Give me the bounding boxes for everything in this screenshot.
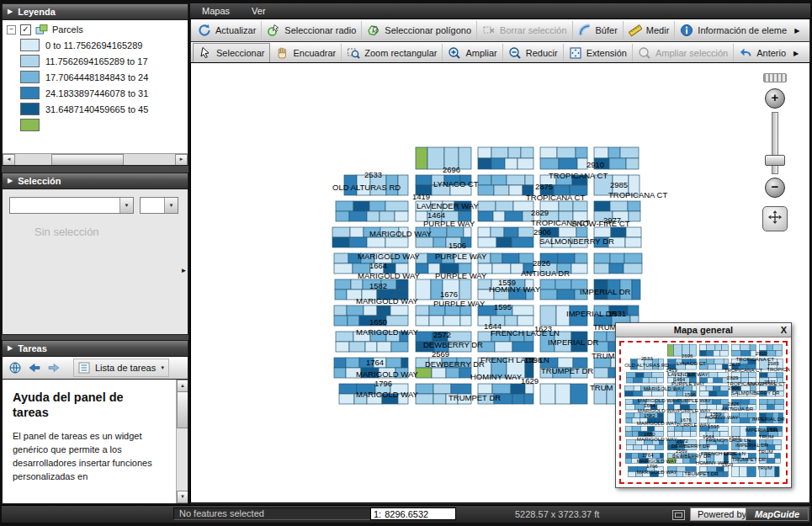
parcel[interactable] (772, 345, 782, 351)
monitor-icon[interactable] (672, 510, 685, 520)
parcel[interactable] (699, 386, 706, 391)
parcel[interactable] (540, 147, 557, 158)
parcel[interactable] (759, 373, 767, 378)
parcel[interactable] (629, 211, 640, 221)
parcel[interactable] (385, 237, 408, 247)
parcel[interactable] (478, 201, 496, 211)
scrollbar-thumb[interactable] (51, 154, 124, 166)
parcel[interactable] (750, 345, 756, 351)
parcel[interactable] (644, 373, 652, 378)
parcel[interactable] (740, 466, 747, 476)
parcel[interactable] (492, 263, 511, 274)
parcel[interactable] (508, 147, 521, 158)
parcel[interactable] (364, 306, 377, 316)
parcel[interactable] (335, 290, 347, 300)
parcel[interactable] (385, 201, 408, 211)
parcel[interactable] (365, 342, 377, 352)
parcel[interactable] (641, 445, 647, 450)
parcel[interactable] (673, 345, 682, 356)
parcel[interactable] (433, 394, 446, 404)
parcel[interactable] (432, 368, 446, 378)
parcel[interactable] (634, 386, 640, 391)
parcel[interactable] (443, 316, 460, 326)
parcel[interactable] (416, 147, 427, 169)
parcel[interactable] (715, 345, 722, 351)
parcel[interactable] (334, 368, 346, 378)
parcel[interactable] (377, 306, 390, 316)
parcel[interactable] (478, 185, 494, 195)
parcel[interactable] (559, 201, 573, 211)
parcel[interactable] (540, 279, 555, 290)
parcel[interactable] (334, 306, 347, 316)
parcel[interactable] (540, 158, 559, 169)
overview-title-bar[interactable]: Mapa general X (616, 323, 791, 337)
parcel[interactable] (648, 426, 655, 431)
parcel[interactable] (347, 306, 364, 316)
parcel[interactable] (386, 316, 408, 326)
parcel[interactable] (459, 368, 471, 378)
parcel[interactable] (767, 345, 772, 351)
close-icon[interactable]: X (781, 323, 787, 337)
parcel[interactable] (334, 316, 348, 326)
parcel[interactable] (759, 405, 767, 410)
parcel[interactable] (624, 263, 642, 274)
parcel[interactable] (416, 237, 433, 247)
parcel[interactable] (767, 459, 775, 464)
parcel[interactable] (395, 211, 408, 221)
parcel[interactable] (350, 227, 364, 237)
parcel[interactable] (334, 253, 348, 263)
parcel[interactable] (353, 201, 369, 211)
parcel[interactable] (610, 253, 624, 263)
parcel[interactable] (731, 345, 740, 351)
parcel[interactable] (712, 400, 720, 405)
parcel[interactable] (690, 459, 696, 464)
parcel[interactable] (571, 263, 587, 274)
parcel[interactable] (648, 445, 655, 450)
parcel[interactable] (336, 211, 349, 221)
overview-map-canvas[interactable]: 291025332696TROPICANA CT2985OLD ALTURAS … (617, 338, 790, 486)
parcel[interactable] (699, 391, 709, 396)
parcel[interactable] (478, 147, 491, 158)
zoom-out-button[interactable]: − (765, 178, 785, 198)
parcel[interactable] (625, 400, 633, 405)
zoom-slider-track[interactable] (772, 112, 778, 174)
parcel[interactable] (624, 386, 634, 391)
parcel[interactable] (447, 227, 464, 237)
zoom-control-grip[interactable] (763, 73, 787, 82)
tree-expander-icon[interactable]: − (7, 25, 16, 35)
parcel[interactable] (632, 279, 640, 300)
parcel[interactable] (349, 211, 367, 221)
parcel[interactable] (594, 201, 610, 211)
parcel[interactable] (351, 279, 363, 290)
parcel[interactable] (521, 147, 533, 158)
parcel[interactable] (610, 201, 628, 211)
parcel[interactable] (707, 350, 714, 356)
parcel[interactable] (496, 201, 513, 211)
parcel[interactable] (713, 386, 720, 391)
parcel[interactable] (336, 342, 349, 352)
parcel[interactable] (525, 175, 533, 185)
parcel[interactable] (699, 350, 706, 356)
parcel[interactable] (634, 413, 640, 418)
parcel[interactable] (741, 350, 751, 356)
parcel[interactable] (558, 253, 575, 263)
parcel[interactable] (540, 290, 557, 300)
parcel[interactable] (517, 158, 533, 169)
parcel[interactable] (775, 445, 782, 450)
parcel[interactable] (416, 306, 429, 316)
parcel[interactable] (573, 201, 587, 211)
parcel[interactable] (635, 373, 644, 378)
parcel[interactable] (776, 350, 783, 356)
parcel[interactable] (775, 466, 779, 476)
parcel[interactable] (628, 466, 637, 471)
parcel[interactable] (334, 358, 346, 368)
parcel[interactable] (512, 306, 533, 316)
scroll-down-icon[interactable]: ▼ (177, 491, 188, 503)
parcel[interactable] (517, 316, 533, 326)
parcel[interactable] (625, 405, 634, 410)
parcel[interactable] (709, 373, 718, 378)
parcel[interactable] (740, 418, 750, 423)
parcel[interactable] (491, 227, 504, 237)
parcel[interactable] (626, 378, 633, 383)
parcel[interactable] (594, 263, 609, 274)
